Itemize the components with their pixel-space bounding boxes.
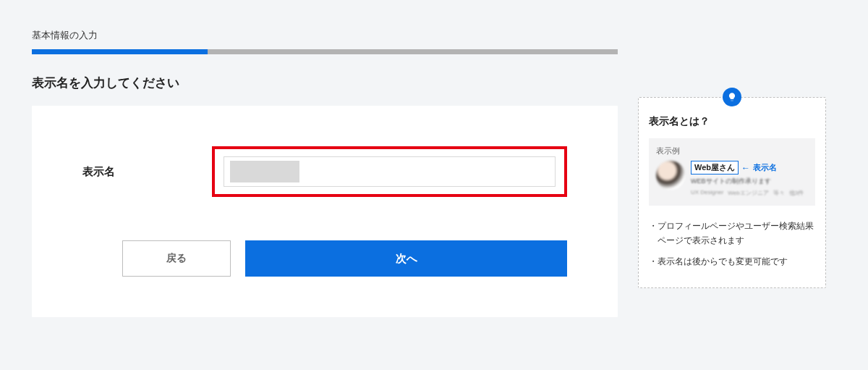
back-button[interactable]: 戻る (122, 240, 231, 277)
example-description: WEBサイトの制作承ります (691, 177, 808, 186)
example-pointer-label: 表示名 (753, 162, 777, 173)
progress-step-label: 基本情報の入力 (32, 29, 835, 42)
tip-title: 表示名とは？ (649, 115, 815, 128)
form-card: 表示名 戻る 次へ (32, 106, 618, 317)
tip-example-heading: 表示例 (656, 146, 808, 156)
progress-bar (32, 49, 618, 54)
progress-section: 基本情報の入力 (32, 29, 835, 54)
display-name-row: 表示名 (82, 146, 567, 197)
next-button[interactable]: 次へ (245, 240, 567, 277)
avatar (656, 161, 685, 190)
page-title: 表示名を入力してください (32, 75, 835, 91)
display-name-input[interactable] (224, 156, 556, 187)
tip-card: 表示名とは？ 表示例 Web屋さん ← 表示名 WEBサイトの制作承ります (638, 97, 826, 288)
display-name-label: 表示名 (82, 165, 212, 179)
lightbulb-icon (723, 88, 741, 106)
tip-bullet-list: プロフィールページやユーザー検索結果ページで表示されます 表示名は後からでも変更… (649, 219, 815, 269)
button-row: 戻る 次へ (82, 240, 567, 277)
progress-bar-fill (32, 49, 208, 54)
arrow-left-icon: ← (741, 164, 750, 172)
tip-panel: 表示名とは？ 表示例 Web屋さん ← 表示名 WEBサイトの制作承ります (638, 97, 826, 288)
tip-bullet: プロフィールページやユーザー検索結果ページで表示されます (649, 219, 815, 248)
redacted-input-value (230, 161, 299, 182)
example-tags: UX Designer Webエンジニア 等々 他3件 (691, 189, 808, 197)
input-highlight-box (212, 146, 567, 197)
tip-bullet: 表示名は後からでも変更可能です (649, 254, 815, 269)
example-display-name: Web屋さん (691, 161, 739, 175)
tip-example-box: 表示例 Web屋さん ← 表示名 WEBサイトの制作承ります UX Design (649, 138, 815, 206)
